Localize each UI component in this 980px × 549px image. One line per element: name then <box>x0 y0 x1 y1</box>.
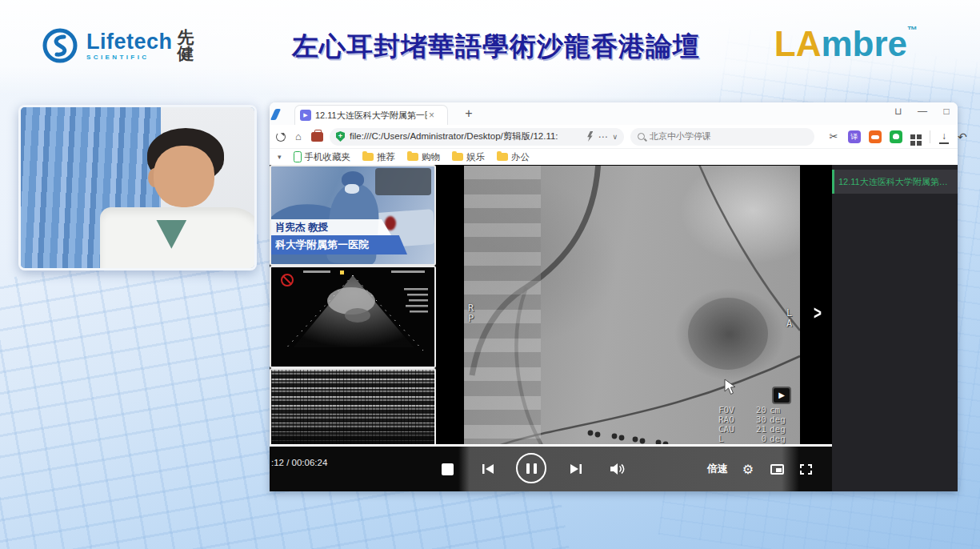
restore-window-icon[interactable]: ⊔ <box>892 106 905 117</box>
folder-icon <box>362 153 374 161</box>
lambre-mbre: mbre <box>821 24 907 63</box>
new-tab-button[interactable]: + <box>460 105 478 122</box>
browser-tabbar: ▶ 12.11大连医科大学附属第一医 × + ⊔ — □ <box>270 102 958 125</box>
bookmark-phone-favorites[interactable]: 手机收藏夹 <box>294 151 351 163</box>
browser-tab[interactable]: ▶ 12.11大连医科大学附属第一医 × <box>294 105 448 125</box>
surgeon-mask <box>345 184 359 194</box>
main-video[interactable]: RP LA FOV20cm RAO30deg CAU21deg L0deg ▶ <box>436 165 832 447</box>
player-controls-bar: :12 / 00:06:24 倍速 ⚙ <box>270 447 832 491</box>
browser-addressbar: ⌂ file:///C:/Users/Administrator/Desktop… <box>270 125 958 149</box>
screen: Lifetech SCIENTIFIC 先健 左心耳封堵華語學術沙龍香港論壇 L… <box>0 0 980 549</box>
video-file-favicon: ▶ <box>300 110 311 121</box>
event-title: 左心耳封堵華語學術沙龍香港論壇 <box>264 29 728 65</box>
browser-corner-flag-icon[interactable] <box>270 109 281 120</box>
maximize-window-icon[interactable]: □ <box>940 106 953 117</box>
bookmark-label: 办公 <box>511 151 530 163</box>
lightning-icon[interactable] <box>586 131 593 142</box>
toolbox-icon[interactable] <box>311 132 323 142</box>
bookmark-label: 娱乐 <box>466 151 485 163</box>
orientation-marker-la: LA <box>786 308 792 329</box>
playback-speed-button[interactable]: 倍速 <box>702 458 734 480</box>
playlist-item-active[interactable]: 12.11大连医科大学附属第一-... <box>832 170 958 194</box>
bookmarks-caret-icon[interactable]: ▾ <box>278 153 282 161</box>
game-center-icon[interactable] <box>869 130 882 143</box>
scissors-screenshot-icon[interactable]: ✂ <box>827 130 840 142</box>
ecg-waveform-panel[interactable] <box>270 368 436 453</box>
url-chevron-down-icon[interactable]: ∨ <box>612 133 618 141</box>
search-query[interactable]: 北京中小学停课 <box>650 130 711 142</box>
video-popup-play-icon[interactable]: ▶ <box>772 387 791 404</box>
spine-shadow <box>464 166 541 447</box>
bookmark-folder-entertainment[interactable]: 娱乐 <box>452 151 485 163</box>
url-more-icon[interactable]: ⋯ <box>598 131 607 142</box>
mouse-cursor <box>724 379 738 399</box>
or-equipment <box>375 168 431 195</box>
video-player-area: 肖宪杰 教授 科大学附属第一医院 <box>270 165 958 491</box>
lambre-la: LA <box>774 24 822 63</box>
orientation-marker-rp: RP <box>468 303 474 324</box>
search-field[interactable]: 北京中小学停课 <box>630 128 814 146</box>
toolbar-divider <box>930 130 930 143</box>
bookmark-label: 推荐 <box>377 151 395 163</box>
home-icon[interactable]: ⌂ <box>292 130 305 142</box>
fullscreen-button[interactable] <box>794 458 817 480</box>
fluoroscopy-image: RP LA FOV20cm RAO30deg CAU21deg L0deg ▶ <box>464 166 800 447</box>
browser-window: ▶ 12.11大连医科大学附属第一医 × + ⊔ — □ ⌂ file:///C… <box>270 102 958 491</box>
minimize-window-icon[interactable]: — <box>916 106 929 117</box>
caption-speaker-name: 肖宪杰 教授 <box>271 219 391 235</box>
speaker-white-coat <box>100 207 257 270</box>
trademark-symbol: ™ <box>907 24 918 36</box>
picture-in-picture-button[interactable] <box>766 458 788 480</box>
lifetech-logo-icon <box>42 27 78 64</box>
folder-icon <box>497 153 508 161</box>
tab-close-icon[interactable]: × <box>429 110 434 121</box>
translate-icon[interactable]: 译 <box>848 130 861 143</box>
playlist-item-label: 12.11大连医科大学附属第一-... <box>838 176 954 188</box>
active-item-accent <box>832 170 834 194</box>
bookmarks-bar: ▾ 手机收藏夹 推荐 购物 娱乐 办公 <box>270 149 958 165</box>
download-icon[interactable]: ↓ <box>938 131 950 142</box>
playlist-sidebar: 12.11大连医科大学附属第一-... <box>832 165 958 491</box>
sidebar-collapse-chevron[interactable]: > <box>814 303 822 325</box>
brand-subtitle: SCIENTIFIC <box>86 54 173 61</box>
lifetech-logo: Lifetech SCIENTIFIC 先健 <box>42 27 197 64</box>
apps-grid-icon[interactable] <box>910 134 915 139</box>
speaker-webcam-video <box>18 105 257 270</box>
previous-button[interactable] <box>477 458 499 480</box>
playback-time: :12 / 00:06:24 <box>271 458 327 467</box>
browser-toolbar-icons: ✂ 译 ↓ ↶ <box>827 130 967 143</box>
lambre-logo: LAmbre™ <box>774 24 918 64</box>
volume-button[interactable] <box>606 458 629 480</box>
stop-button[interactable] <box>436 458 458 480</box>
event-banner: Lifetech SCIENTIFIC 先健 左心耳封堵華語學術沙龍香港論壇 L… <box>0 0 980 94</box>
search-icon <box>638 133 645 140</box>
speaker-face <box>154 146 214 206</box>
pause-button[interactable] <box>516 453 546 483</box>
brand-name: Lifetech <box>86 31 173 53</box>
source-panels: 肖宪杰 教授 科大学附属第一医院 <box>270 165 436 453</box>
phone-icon <box>294 151 302 162</box>
undo-icon[interactable]: ↶ <box>958 130 967 143</box>
settings-gear-icon[interactable]: ⚙ <box>737 458 759 480</box>
bookmark-folder-recommend[interactable]: 推荐 <box>362 151 395 163</box>
folder-icon <box>407 153 418 161</box>
reload-icon[interactable] <box>276 132 286 142</box>
surgery-room-panel[interactable]: 肖宪杰 教授 科大学附属第一医院 <box>270 165 436 266</box>
fluoro-parameters: FOV20cm RAO30deg CAU21deg L0deg <box>718 406 786 444</box>
tab-title: 12.11大连医科大学附属第一医 <box>315 110 427 122</box>
bookmark-folder-shopping[interactable]: 购物 <box>407 151 440 163</box>
ultrasound-image <box>271 267 434 367</box>
url-field[interactable]: file:///C:/Users/Administrator/Desktop/剪… <box>330 128 624 146</box>
url-text[interactable]: file:///C:/Users/Administrator/Desktop/剪… <box>350 130 582 142</box>
bookmark-label: 购物 <box>422 151 440 163</box>
ultrasound-panel[interactable] <box>270 266 436 368</box>
next-button[interactable] <box>565 458 587 480</box>
bookmark-label: 手机收藏夹 <box>305 151 351 163</box>
security-shield-icon <box>336 131 345 142</box>
brand-cjk: 先健 <box>178 30 197 62</box>
folder-icon <box>452 153 463 161</box>
caption-hospital: 科大学附属第一医院 <box>271 235 407 254</box>
window-controls: ⊔ — □ <box>892 106 953 117</box>
bookmark-folder-office[interactable]: 办公 <box>497 151 530 163</box>
wechat-icon[interactable] <box>890 130 902 143</box>
